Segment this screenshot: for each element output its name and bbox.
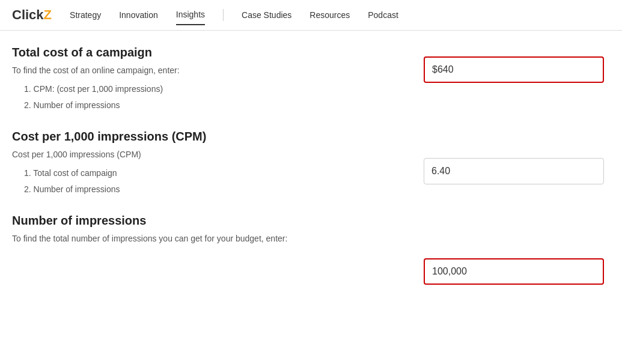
- input-block-impressions: [424, 258, 610, 285]
- input-block-cpm: [424, 158, 610, 184]
- spacer-second: [424, 83, 610, 158]
- section-desc-total-cost: To find the cost of an online campaign, …: [12, 64, 412, 77]
- logo-z: Z: [44, 7, 52, 23]
- nav-item-insights[interactable]: Insights: [176, 5, 205, 25]
- main-layout: Total cost of a campaign To find the cos…: [0, 31, 622, 297]
- section-impressions: Number of impressions To find the total …: [12, 214, 412, 245]
- impressions-input[interactable]: [424, 258, 604, 285]
- section-title-cpm: Cost per 1,000 impressions (CPM): [12, 130, 412, 144]
- nav-item-innovation[interactable]: Innovation: [119, 5, 158, 25]
- section-desc-impressions: To find the total number of impressions …: [12, 232, 412, 245]
- list-item-impressions-2: 2. Number of impressions: [24, 183, 412, 196]
- section-list-cpm: 1. Total cost of campaign 2. Number of i…: [12, 167, 412, 196]
- list-item-total-cost: 1. Total cost of campaign: [24, 167, 412, 180]
- logo-click: Click: [12, 7, 44, 23]
- nav-item-case-studies[interactable]: Case Studies: [242, 5, 291, 25]
- spacer-third: [424, 184, 610, 258]
- cpm-input[interactable]: [424, 158, 604, 184]
- main-nav: Strategy Innovation Insights Case Studie…: [70, 5, 398, 25]
- section-title-total-cost: Total cost of a campaign: [12, 46, 412, 59]
- nav-item-resources[interactable]: Resources: [309, 5, 350, 25]
- nav-item-podcast[interactable]: Podcast: [368, 5, 398, 25]
- section-title-impressions: Number of impressions: [12, 214, 412, 228]
- list-item-impressions-1: 2. Number of impressions: [24, 99, 412, 112]
- left-column: Total cost of a campaign To find the cos…: [12, 46, 412, 285]
- section-list-total-cost: 1. CPM: (cost per 1,000 impressions) 2. …: [12, 83, 412, 112]
- spacer-first: [424, 46, 610, 56]
- logo[interactable]: ClickZ: [12, 7, 52, 23]
- nav-item-strategy[interactable]: Strategy: [70, 5, 101, 25]
- input-block-total-cost: [424, 56, 610, 83]
- section-desc-cpm: Cost per 1,000 impressions (CPM): [12, 148, 412, 161]
- section-total-cost: Total cost of a campaign To find the cos…: [12, 46, 412, 112]
- nav-separator: [223, 9, 224, 21]
- right-column: [412, 46, 610, 285]
- list-item-cpm: 1. CPM: (cost per 1,000 impressions): [24, 83, 412, 96]
- header: ClickZ Strategy Innovation Insights Case…: [0, 0, 622, 31]
- total-cost-input[interactable]: [424, 56, 604, 83]
- section-cpm: Cost per 1,000 impressions (CPM) Cost pe…: [12, 130, 412, 196]
